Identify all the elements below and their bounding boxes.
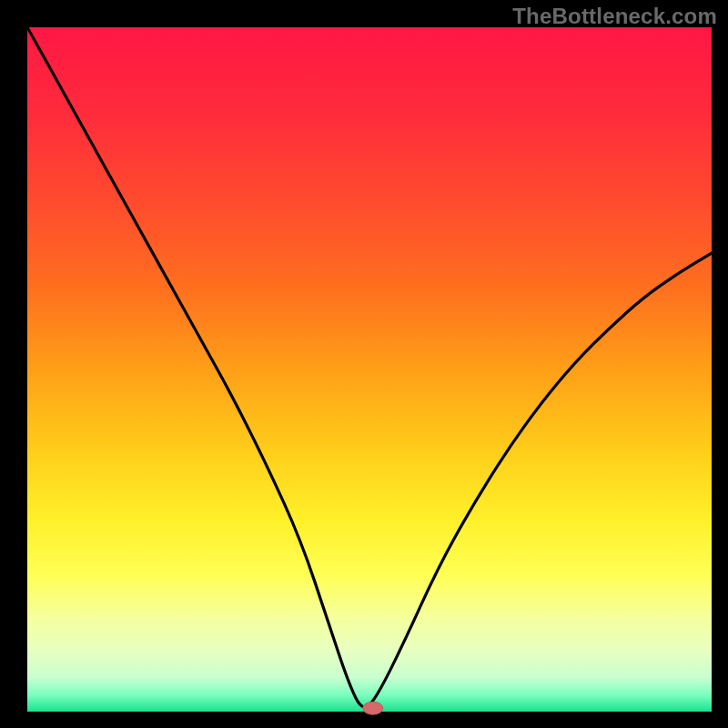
optimum-marker (363, 702, 383, 714)
watermark-text: TheBottleneck.com (512, 4, 717, 29)
bottleneck-chart (0, 0, 728, 728)
chart-frame: { "watermark": "TheBottleneck.com", "col… (0, 0, 728, 728)
plot-background (27, 27, 712, 712)
